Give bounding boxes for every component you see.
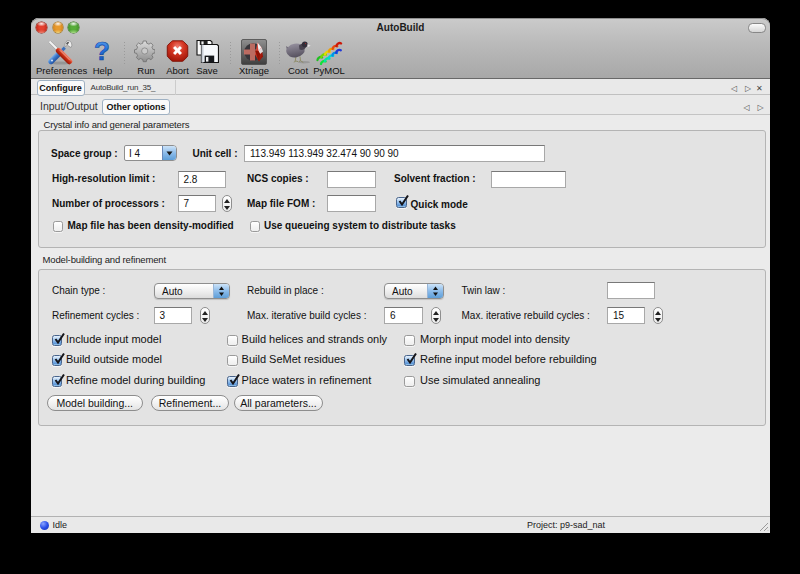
svg-text:?: ?: [94, 38, 110, 65]
